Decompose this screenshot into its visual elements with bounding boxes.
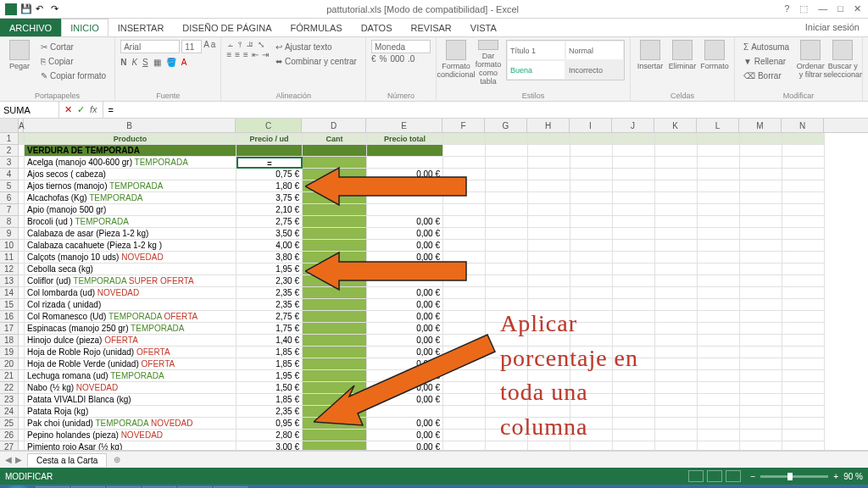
cell[interactable]: [698, 441, 740, 451]
style-normal[interactable]: Normal: [565, 41, 624, 60]
cell[interactable]: [303, 441, 367, 451]
cell[interactable]: [613, 192, 655, 204]
cell[interactable]: [303, 169, 367, 180]
autosum-button[interactable]: ΣAutosuma: [740, 40, 793, 53]
cell[interactable]: [19, 311, 25, 323]
cell[interactable]: [570, 192, 613, 204]
cell[interactable]: [570, 240, 613, 252]
cell[interactable]: Alcachofas (Kg) TEMPORADA: [25, 192, 236, 204]
fill-button[interactable]: ▼Rellenar: [740, 54, 793, 68]
cell[interactable]: [740, 311, 782, 323]
row-head[interactable]: 21: [0, 370, 19, 382]
cell[interactable]: [740, 240, 782, 252]
cell[interactable]: 1,80 €: [236, 180, 303, 192]
cell[interactable]: [19, 335, 25, 347]
minimize-icon[interactable]: —: [818, 3, 827, 14]
cell[interactable]: 0,00 €: [367, 418, 443, 430]
cell[interactable]: [782, 263, 825, 275]
cell[interactable]: Apio (manojo 500 gr): [25, 204, 236, 216]
cell[interactable]: 0,00 €: [367, 311, 443, 323]
comma-icon[interactable]: 000: [390, 54, 404, 64]
cell[interactable]: [443, 216, 486, 228]
cell[interactable]: [655, 311, 698, 323]
cell[interactable]: [19, 180, 25, 192]
cell[interactable]: [367, 204, 443, 216]
cell[interactable]: VERDURA DE TEMPORADA: [25, 145, 236, 157]
cell[interactable]: [698, 382, 740, 394]
bold-button[interactable]: N: [120, 58, 126, 67]
cell[interactable]: Espinacas (manojo 250 gr) TEMPORADA: [25, 323, 236, 335]
cell[interactable]: [740, 335, 782, 347]
cell[interactable]: [19, 382, 25, 394]
cell[interactable]: [367, 145, 443, 157]
cell[interactable]: [655, 263, 698, 275]
save-icon[interactable]: 💾: [20, 3, 32, 15]
cell[interactable]: [782, 287, 825, 299]
cell[interactable]: [655, 252, 698, 263]
align-right-icon[interactable]: ≡: [243, 50, 248, 59]
sheet-nav-next-icon[interactable]: ▶: [15, 455, 22, 464]
align-mid-icon[interactable]: ⫯: [238, 40, 242, 49]
cell[interactable]: [19, 133, 25, 145]
cell[interactable]: [613, 252, 655, 263]
cell[interactable]: 3,75 €: [236, 192, 303, 204]
account-link[interactable]: Iniciar sesión: [797, 19, 868, 36]
cell[interactable]: [19, 358, 25, 370]
indent-inc-icon[interactable]: ⇥: [262, 50, 269, 59]
cell[interactable]: [698, 204, 740, 216]
cell[interactable]: [443, 358, 486, 370]
cell[interactable]: [303, 275, 367, 287]
row-head[interactable]: 11: [0, 252, 19, 263]
cell[interactable]: [782, 157, 825, 169]
align-center-icon[interactable]: ≡: [235, 50, 240, 59]
cell[interactable]: [740, 382, 782, 394]
zoom-in-icon[interactable]: +: [833, 472, 838, 481]
cell[interactable]: [740, 275, 782, 287]
cell[interactable]: [698, 192, 740, 204]
cell[interactable]: [570, 228, 613, 240]
row-head[interactable]: 27: [0, 441, 19, 451]
cell[interactable]: [655, 299, 698, 311]
merge-center-button[interactable]: ⬌Combinar y centrar: [272, 54, 360, 68]
cell[interactable]: Col rizada ( unidad): [25, 299, 236, 311]
cell[interactable]: 0,00 €: [367, 299, 443, 311]
select-all-corner[interactable]: [0, 119, 19, 132]
cell[interactable]: [782, 240, 825, 252]
cell[interactable]: [613, 157, 655, 169]
cell[interactable]: 1,85 €: [236, 358, 303, 370]
cell[interactable]: 0,00 €: [367, 240, 443, 252]
cell[interactable]: [655, 228, 698, 240]
cell[interactable]: [740, 192, 782, 204]
cell[interactable]: [613, 180, 655, 192]
cell[interactable]: [443, 323, 486, 335]
row-head[interactable]: 1: [0, 133, 19, 145]
paste-button[interactable]: Pegar: [5, 40, 34, 86]
tab-page-layout[interactable]: DISEÑO DE PÁGINA: [173, 19, 281, 36]
cell[interactable]: [613, 287, 655, 299]
cell[interactable]: 1,40 €: [236, 335, 303, 347]
cell[interactable]: [303, 323, 367, 335]
cell[interactable]: [740, 145, 782, 157]
cell[interactable]: 0,00 €: [367, 347, 443, 358]
row-head[interactable]: 16: [0, 311, 19, 323]
cell[interactable]: [19, 275, 25, 287]
cell[interactable]: 0,95 €: [236, 418, 303, 430]
cell[interactable]: [303, 347, 367, 358]
cell[interactable]: 0,00 €: [367, 430, 443, 441]
row-head[interactable]: 10: [0, 240, 19, 252]
cell[interactable]: [698, 335, 740, 347]
cell[interactable]: [782, 441, 825, 451]
cell[interactable]: Ajos tiernos (manojo) TEMPORADA: [25, 180, 236, 192]
cell[interactable]: [782, 216, 825, 228]
tab-file[interactable]: ARCHIVO: [0, 19, 61, 36]
cell[interactable]: Nabo (½ kg) NOVEDAD: [25, 382, 236, 394]
cell[interactable]: [655, 216, 698, 228]
cell[interactable]: [698, 133, 740, 145]
decrease-font-icon[interactable]: a: [211, 40, 216, 53]
cell[interactable]: 0,00 €: [367, 335, 443, 347]
cell[interactable]: Producto: [25, 133, 236, 145]
cell[interactable]: 1,95 €: [236, 370, 303, 382]
cell[interactable]: [528, 180, 570, 192]
increase-font-icon[interactable]: A: [203, 40, 209, 53]
cell[interactable]: [655, 358, 698, 370]
